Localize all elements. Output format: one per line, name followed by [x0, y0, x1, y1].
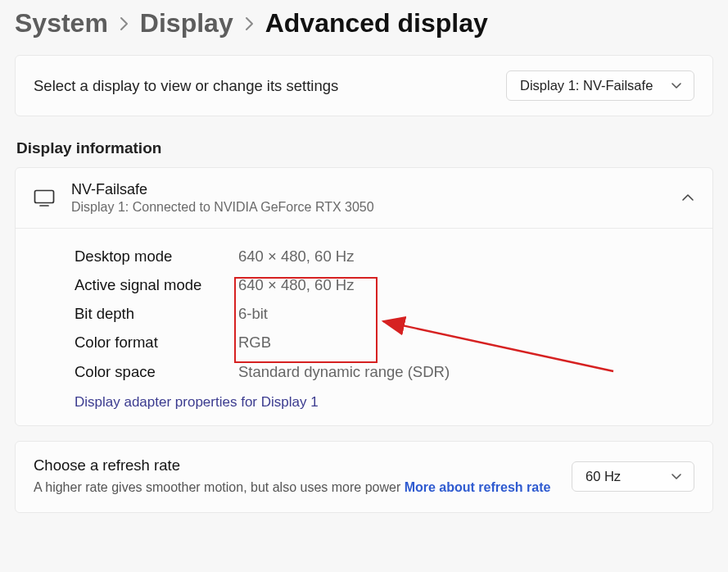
display-subtitle: Display 1: Connected to NVIDIA GeForce R… — [71, 200, 665, 215]
label-color-space: Color space — [75, 357, 238, 386]
chevron-down-icon — [671, 82, 682, 90]
refresh-title: Choose a refresh rate — [34, 456, 550, 474]
learn-more-link[interactable]: More about refresh rate — [405, 480, 551, 494]
label-active-signal: Active signal mode — [75, 270, 238, 299]
label-desktop-mode: Desktop mode — [75, 242, 238, 270]
display-info-header[interactable]: NV-Failsafe Display 1: Connected to NVID… — [16, 168, 712, 229]
select-display-label: Select a display to view or change its s… — [34, 77, 338, 95]
row-color-format: Color format RGB — [75, 328, 694, 356]
display-info-body: Desktop mode 640 × 480, 60 Hz Active sig… — [16, 229, 712, 425]
value-color-format: RGB — [238, 328, 271, 356]
value-color-space: Standard dynamic range (SDR) — [238, 357, 450, 386]
monitor-icon — [34, 189, 55, 207]
value-active-signal: 640 × 480, 60 Hz — [238, 270, 354, 299]
breadcrumb-system[interactable]: System — [15, 8, 108, 39]
display-name: NV-Failsafe — [71, 181, 665, 198]
label-color-format: Color format — [75, 328, 238, 356]
row-desktop-mode: Desktop mode 640 × 480, 60 Hz — [75, 242, 694, 270]
refresh-subtitle-text: A higher rate gives smoother motion, but… — [34, 480, 405, 494]
adapter-properties-link[interactable]: Display adapter properties for Display 1 — [75, 394, 319, 411]
row-color-space: Color space Standard dynamic range (SDR) — [75, 357, 694, 386]
breadcrumb: System Display Advanced display — [15, 0, 713, 55]
refresh-subtitle: A higher rate gives smoother motion, but… — [34, 478, 550, 497]
row-active-signal: Active signal mode 640 × 480, 60 Hz — [75, 270, 694, 299]
refresh-rate-value: 60 Hz — [586, 469, 621, 484]
chevron-up-icon — [681, 193, 694, 202]
refresh-rate-card: Choose a refresh rate A higher rate give… — [15, 441, 713, 513]
chevron-down-icon — [671, 473, 682, 481]
display-selector-value: Display 1: NV-Failsafe — [520, 78, 653, 93]
value-desktop-mode: 640 × 480, 60 Hz — [238, 242, 354, 270]
value-bit-depth: 6-bit — [238, 299, 268, 328]
label-bit-depth: Bit depth — [75, 299, 238, 328]
chevron-right-icon — [120, 16, 129, 31]
breadcrumb-current: Advanced display — [265, 8, 488, 39]
select-display-card: Select a display to view or change its s… — [15, 55, 713, 116]
display-selector-dropdown[interactable]: Display 1: NV-Failsafe — [506, 70, 694, 101]
row-bit-depth: Bit depth 6-bit — [75, 299, 694, 328]
svg-rect-0 — [35, 190, 54, 202]
breadcrumb-display[interactable]: Display — [140, 8, 233, 39]
section-title-display-info: Display information — [16, 139, 713, 157]
chevron-right-icon — [245, 16, 254, 31]
refresh-rate-dropdown[interactable]: 60 Hz — [572, 461, 694, 492]
display-info-card: NV-Failsafe Display 1: Connected to NVID… — [15, 167, 713, 426]
